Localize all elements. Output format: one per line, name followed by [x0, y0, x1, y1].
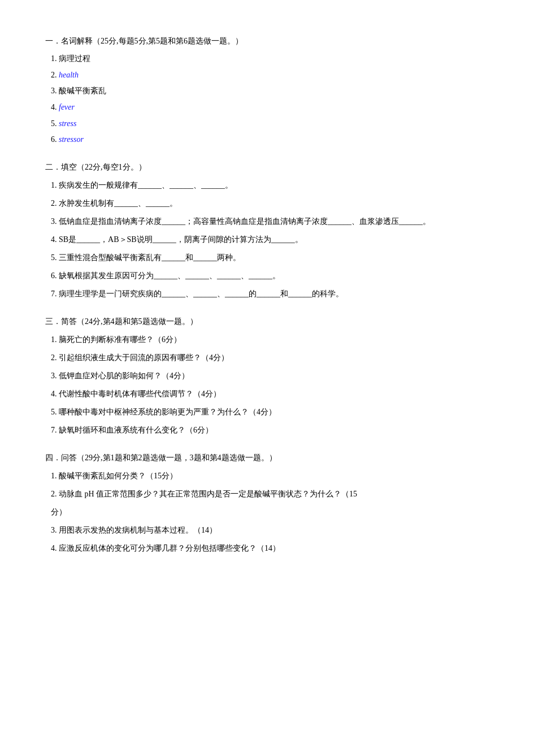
item-text-en: health — [59, 71, 79, 79]
list-item: 2. health — [51, 68, 489, 83]
item-text-en: fever — [59, 103, 75, 111]
section-1: 一．名词解释（25分,每题5分,第5题和第6题选做一题。） 1. 病理过程 2.… — [45, 34, 489, 148]
list-item: 2. 动脉血 pH 值正常范围多少？其在正常范围内是否一定是酸碱平衡状态？为什么… — [51, 486, 489, 502]
exam-document: 一．名词解释（25分,每题5分,第5题和第6题选做一题。） 1. 病理过程 2.… — [45, 34, 489, 556]
item-num: 1. — [51, 54, 57, 63]
list-item: 6. stressor — [51, 132, 489, 148]
section-3: 三．简答（24分,第4题和第5题选做一题。） 1. 脑死亡的判断标准有哪些？（6… — [45, 314, 489, 438]
item-num: 5. — [51, 119, 57, 128]
section-4-title: 四．问答（29分,第1题和第2题选做一题，3题和第4题选做一题。） — [45, 451, 489, 465]
list-item: 7. 病理生理学是一门研究疾病的______、______、______的___… — [51, 286, 489, 302]
list-item: 6. 缺氧根据其发生原因可分为______、______、______、____… — [51, 268, 489, 284]
list-item: 7. 缺氧时循环和血液系统有什么变化？（6分） — [51, 422, 489, 438]
item-num: 6. — [51, 135, 57, 144]
list-item: 1. 酸碱平衡紊乱如何分类？（15分） — [51, 468, 489, 484]
item-text-en: stressor — [59, 135, 84, 144]
list-item: 4. SB是______，AB＞SB说明______，阴离子间隙的计算方法为__… — [51, 232, 489, 248]
section-1-title: 一．名词解释（25分,每题5分,第5题和第6题选做一题。） — [45, 34, 489, 48]
item-text: 病理过程 — [59, 54, 90, 63]
section-2-title: 二．填空（22分,每空1分。） — [45, 160, 489, 174]
section-4: 四．问答（29分,第1题和第2题选做一题，3题和第4题选做一题。） 1. 酸碱平… — [45, 451, 489, 556]
list-item: 3. 低钾血症对心肌的影响如何？（4分） — [51, 368, 489, 384]
section-3-title: 三．简答（24分,第4题和第5题选做一题。） — [45, 314, 489, 329]
item-num: 3. — [51, 87, 57, 95]
list-item: 5. 哪种酸中毒对中枢神经系统的影响更为严重？为什么？（4分） — [51, 404, 489, 420]
list-item: 4. 应激反应机体的变化可分为哪几群？分别包括哪些变化？（14） — [51, 541, 489, 556]
list-item: 4. 代谢性酸中毒时机体有哪些代偿调节？（4分） — [51, 386, 489, 402]
list-item: 1. 病理过程 — [51, 51, 489, 67]
list-item: 5. 三重性混合型酸碱平衡紊乱有______和______两种。 — [51, 250, 489, 266]
item-text: 酸碱平衡紊乱 — [59, 87, 106, 95]
list-item: 5. stress — [51, 116, 489, 132]
item-num: 4. — [51, 103, 57, 111]
list-item: 3. 用图表示发热的发病机制与基本过程。（14） — [51, 522, 489, 538]
list-item: 3. 低钠血症是指血清钠离子浓度______；高容量性高钠血症是指血清钠离子浓度… — [51, 214, 489, 230]
list-item: 3. 酸碱平衡紊乱 — [51, 84, 489, 99]
list-item: 2. 水肿发生机制有______、______。 — [51, 196, 489, 211]
list-item: 1. 脑死亡的判断标准有哪些？（6分） — [51, 332, 489, 348]
list-item: 1. 疾病发生的一般规律有______、______、______。 — [51, 178, 489, 193]
section-2: 二．填空（22分,每空1分。） 1. 疾病发生的一般规律有______、____… — [45, 160, 489, 302]
list-item: 4. fever — [51, 100, 489, 115]
list-item-continued: 分） — [51, 504, 489, 520]
item-num: 2. — [51, 71, 57, 79]
item-text-en: stress — [59, 119, 76, 128]
list-item: 2. 引起组织液生成大于回流的原因有哪些？（4分） — [51, 350, 489, 366]
